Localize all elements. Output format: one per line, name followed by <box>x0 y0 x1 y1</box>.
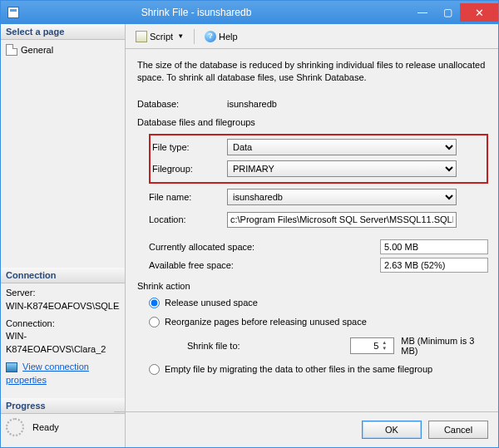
shrink-to-spinner[interactable]: 5 ▲▼ <box>350 337 394 354</box>
script-button[interactable]: Script ▼ <box>132 29 187 44</box>
connection-label: Connection: <box>6 318 120 330</box>
radio-empty-file[interactable] <box>149 364 160 375</box>
main-form: The size of the database is reduced by s… <box>126 49 499 406</box>
view-connection-properties-link[interactable]: View connection properties <box>6 361 120 386</box>
toolbar: Script ▼ ? Help <box>126 24 499 49</box>
progress-status-label: Ready <box>32 422 59 432</box>
page-item-general[interactable]: General <box>6 43 120 57</box>
filegroups-label: Database files and filegroups <box>137 117 488 127</box>
maximize-button[interactable]: ▢ <box>435 3 460 22</box>
minimize-button[interactable]: — <box>410 3 435 22</box>
window-title: Shrink File - isunsharedb <box>0 7 410 18</box>
close-button[interactable]: ✕ <box>460 3 498 22</box>
shrink-action-label: Shrink action <box>137 281 488 291</box>
cancel-button[interactable]: Cancel <box>428 421 488 439</box>
view-conn-label: View connection properties <box>6 362 89 384</box>
help-label: Help <box>219 32 238 42</box>
radio-release-unused[interactable] <box>149 298 160 308</box>
alloc-value: 5.00 MB <box>380 239 488 254</box>
progress-header: Progress <box>1 398 125 414</box>
filegroup-select[interactable]: PRIMARY <box>227 160 457 177</box>
radio-release-label: Release unused space <box>165 298 258 308</box>
radio-reorganize[interactable] <box>149 317 160 327</box>
page-icon <box>6 44 17 56</box>
script-icon <box>136 31 147 42</box>
location-value[interactable] <box>227 212 457 228</box>
spinner-up-icon[interactable]: ▲ <box>382 340 392 346</box>
location-label: Location: <box>149 214 227 224</box>
button-bar: OK Cancel <box>126 412 499 447</box>
chevron-down-icon: ▼ <box>177 32 184 40</box>
server-value: WIN-K874EOAFOVS\SQLEXPRE <box>6 300 120 313</box>
shrink-to-value: 5 <box>353 341 382 351</box>
description-text: The size of the database is reduced by s… <box>137 59 488 84</box>
file-type-select[interactable]: Data <box>227 139 457 155</box>
ok-button[interactable]: OK <box>362 421 422 439</box>
app-icon <box>7 7 19 18</box>
highlight-box: File type: Data Filegroup: PRIMARY <box>149 134 488 184</box>
connection-icon <box>6 362 17 372</box>
shrink-to-label: Shrink file to: <box>187 341 343 351</box>
titlebar[interactable]: Shrink File - isunsharedb — ▢ ✕ <box>1 1 498 24</box>
shrink-to-suffix: MB (Minimum is 3 MB) <box>401 336 488 356</box>
progress-status: Ready <box>6 417 120 437</box>
server-label: Server: <box>6 287 120 299</box>
left-panel: Select a page General Connection Server:… <box>1 24 126 447</box>
help-button[interactable]: ? Help <box>201 29 241 44</box>
script-label: Script <box>150 32 173 42</box>
file-type-label: File type: <box>152 142 227 152</box>
help-icon: ? <box>205 31 216 42</box>
select-page-header: Select a page <box>1 24 125 40</box>
database-label: Database: <box>137 99 224 109</box>
database-value <box>224 97 488 111</box>
radio-reorganize-label: Reorganize pages before releasing unused… <box>165 317 367 327</box>
toolbar-separator <box>194 29 195 44</box>
free-label: Available free space: <box>149 260 380 270</box>
file-name-select[interactable]: isunsharedb <box>227 189 457 205</box>
file-name-label: File name: <box>149 192 227 202</box>
filegroup-label: Filegroup: <box>152 164 227 174</box>
spinner-down-icon[interactable]: ▼ <box>382 346 392 352</box>
progress-ring-icon <box>6 418 24 436</box>
connection-header: Connection <box>1 268 125 283</box>
free-value: 2.63 MB (52%) <box>380 258 488 273</box>
connection-value: WIN-K874EOAFOVS\Clara_2 <box>6 330 120 356</box>
alloc-label: Currently allocated space: <box>149 242 380 252</box>
radio-empty-label: Empty file by migrating the data to othe… <box>165 364 432 374</box>
page-item-label: General <box>21 45 53 55</box>
